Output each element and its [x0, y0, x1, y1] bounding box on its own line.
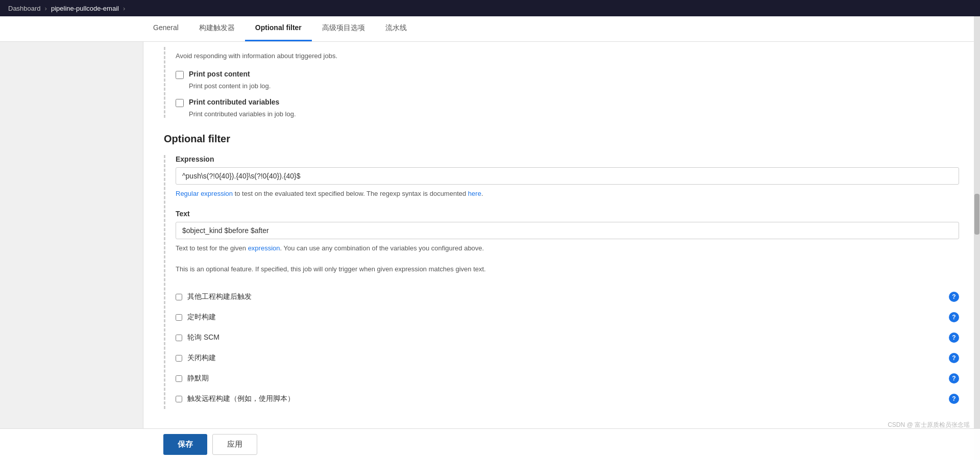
tab-pipeline[interactable]: 流水线: [375, 16, 417, 41]
help-icon-5[interactable]: ?: [949, 394, 959, 404]
label-quiet-period: 静默期: [187, 374, 209, 383]
text-desc: Text to test for the given expression. Y…: [176, 243, 959, 254]
optional-filter-title: Optional filter: [164, 133, 959, 145]
checkbox-remote-build[interactable]: [176, 396, 182, 402]
top-bar: Dashboard › pipeline-pullcode-email ›: [0, 0, 980, 16]
print-contributed-variables-label: Print contributed variables: [189, 98, 279, 106]
help-icon-4[interactable]: ?: [949, 373, 959, 384]
text-desc-before: Text to test for the given: [176, 244, 248, 252]
here-link[interactable]: here: [468, 190, 481, 197]
list-item-0: 其他工程构建后触发 ?: [176, 287, 959, 307]
label-poll-scm: 轮询 SCM: [187, 333, 219, 342]
expression-label: Expression: [176, 155, 959, 163]
print-post-content-row: Print post content: [176, 70, 959, 79]
save-button[interactable]: 保存: [163, 434, 207, 455]
checkbox-list: 其他工程构建后触发 ? 定时构建 ? 轮: [176, 287, 959, 409]
help-icon-3[interactable]: ?: [949, 353, 959, 363]
checkbox-other-project[interactable]: [176, 294, 182, 300]
expression-input[interactable]: [176, 167, 959, 185]
scrollbar-track: [974, 16, 980, 460]
list-item-1: 定时构建 ?: [176, 307, 959, 327]
bottom-bar: 保存 应用: [0, 428, 980, 460]
expression-desc-after: .: [481, 190, 483, 197]
content-area: Avoid responding with information about …: [143, 42, 980, 460]
print-post-content-label: Print post content: [189, 70, 250, 78]
expression-desc-middle: to test on the evaluated text specified …: [233, 190, 468, 197]
checkbox-poll-scm[interactable]: [176, 335, 182, 341]
optional-filter-section: Expression Regular expression to test on…: [164, 155, 959, 409]
list-item-3: 关闭构建 ?: [176, 348, 959, 368]
tab-general[interactable]: General: [143, 16, 189, 41]
help-icon-2[interactable]: ?: [949, 333, 959, 343]
tab-build-trigger[interactable]: 构建触发器: [189, 16, 245, 41]
text-input[interactable]: [176, 222, 959, 239]
section-divider-top: Avoid responding with information about …: [164, 47, 959, 118]
checkbox-scheduled-build[interactable]: [176, 314, 182, 321]
print-contributed-variables-checkbox[interactable]: [176, 99, 184, 107]
avoid-text: Avoid responding with information about …: [176, 47, 959, 60]
breadcrumb-home[interactable]: Dashboard: [8, 5, 41, 12]
tab-advanced-options[interactable]: 高级项目选项: [312, 16, 375, 41]
print-contributed-variables-row: Print contributed variables: [176, 98, 959, 107]
scrollbar-thumb[interactable]: [974, 194, 979, 235]
expression-desc: Regular expression to test on the evalua…: [176, 189, 959, 199]
print-post-content-helper: Print post content in job log.: [189, 82, 959, 90]
apply-button[interactable]: 应用: [212, 434, 257, 455]
list-item-2: 轮询 SCM ?: [176, 327, 959, 348]
print-contributed-variables-helper: Print contributed variables in job log.: [189, 110, 959, 118]
scrolled-content: Avoid responding with information about …: [164, 42, 959, 409]
text-label: Text: [176, 210, 959, 218]
help-icon-1[interactable]: ?: [949, 312, 959, 322]
list-item-5: 触发远程构建（例如，使用脚本） ?: [176, 389, 959, 409]
checkbox-quiet-period[interactable]: [176, 375, 182, 382]
tab-optional-filter[interactable]: Optional filter: [245, 16, 312, 41]
checkbox-close-build[interactable]: [176, 355, 182, 362]
optional-notice: This is an optional feature. If specifie…: [176, 264, 959, 275]
help-icon-0[interactable]: ?: [949, 292, 959, 302]
label-close-build: 关闭构建: [187, 353, 216, 363]
regular-expression-link[interactable]: Regular expression: [176, 190, 233, 197]
list-item-4: 静默期 ?: [176, 368, 959, 389]
text-desc-after: . You can use any combination of the var…: [280, 244, 484, 252]
expression-link[interactable]: expression: [248, 244, 280, 252]
main-container: General 构建触发器 Optional filter 高级项目选项 流水线…: [0, 16, 980, 460]
breadcrumb-current[interactable]: pipeline-pullcode-email: [51, 5, 119, 12]
label-other-project: 其他工程构建后触发: [187, 292, 252, 301]
breadcrumb-sep1: ›: [45, 5, 47, 12]
label-scheduled-build: 定时构建: [187, 313, 216, 322]
tab-bar: General 构建触发器 Optional filter 高级项目选项 流水线: [0, 16, 980, 42]
label-remote-build: 触发远程构建（例如，使用脚本）: [187, 394, 295, 403]
breadcrumb-sep2: ›: [123, 5, 125, 12]
print-post-content-checkbox[interactable]: [176, 71, 184, 79]
